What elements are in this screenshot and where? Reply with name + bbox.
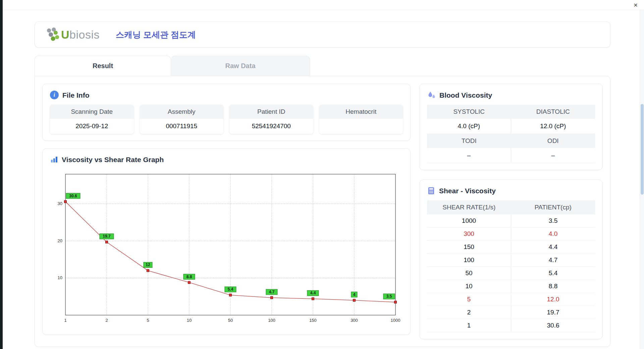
logo-text: Ubiosis — [61, 28, 100, 41]
field-patient-id: Patient ID 52541924700 — [229, 105, 313, 134]
field-value: 000711915 — [140, 119, 224, 134]
svg-text:300: 300 — [351, 318, 358, 323]
svg-text:2: 2 — [105, 318, 108, 323]
table-row: 300 4.0 — [427, 228, 595, 241]
svg-text:30: 30 — [58, 201, 62, 206]
diastolic-value: 12.0 (cP) — [511, 119, 595, 134]
svg-text:50: 50 — [228, 318, 233, 323]
shear-rate-cell: 300 — [427, 228, 511, 240]
diastolic-label: DIASTOLIC — [511, 105, 595, 119]
blood-viscosity-card: Blood Viscosity SYSTOLIC DIASTOLIC 4.0 (… — [419, 84, 603, 170]
shear-rate-cell: 50 — [427, 267, 511, 280]
patient-cell: 4.7 — [511, 254, 595, 266]
svg-text:19.7: 19.7 — [103, 234, 111, 239]
blood-viscosity-header: Blood Viscosity — [427, 91, 595, 99]
bar-chart-icon — [50, 155, 58, 163]
systolic-value: 4.0 (cP) — [427, 119, 511, 134]
right-column: Blood Viscosity SYSTOLIC DIASTOLIC 4.0 (… — [419, 84, 603, 339]
shear-rate-column-header: SHEAR RATE(1/s) — [427, 200, 511, 214]
left-column: i File Info Scanning Date 2025-09-12 Ass… — [42, 84, 411, 339]
field-value: 2025-09-12 — [50, 119, 134, 134]
chart-container: 1020301251050100150300100030.619.7128.85… — [50, 169, 403, 328]
file-info-card: i File Info Scanning Date 2025-09-12 Ass… — [42, 84, 411, 141]
window-titlebar: × — [3, 0, 644, 10]
svg-text:8.8: 8.8 — [186, 275, 192, 279]
shear-viscosity-title: Shear - Viscosity — [439, 187, 496, 194]
tab-bar: Result Raw Data — [35, 56, 610, 76]
svg-text:100: 100 — [268, 318, 275, 323]
table-row: 1000 3.5 — [427, 214, 595, 228]
graph-card: Viscosity vs Shear Rate Graph 1020301251… — [42, 148, 411, 335]
app-header: Ubiosis 스캐닝 모세관 점도계 — [35, 21, 610, 48]
svg-text:1000: 1000 — [391, 318, 400, 323]
table-row: 2 19.7 — [427, 306, 595, 319]
svg-text:30.6: 30.6 — [69, 194, 77, 198]
field-label: Assembly — [140, 105, 224, 119]
file-info-header: i File Info — [50, 91, 403, 99]
svg-text:150: 150 — [309, 318, 317, 323]
viscosity-chart: 1020301251050100150300100030.619.7128.85… — [50, 169, 404, 327]
left-edge-strip — [0, 0, 3, 349]
tab-result[interactable]: Result — [35, 56, 171, 76]
shear-rate-cell: 100 — [427, 254, 511, 266]
shear-rate-cell: 1000 — [427, 214, 511, 227]
patient-cell: 5.4 — [511, 267, 595, 280]
svg-text:12: 12 — [146, 262, 150, 267]
droplet-icon — [427, 91, 436, 99]
blood-viscosity-title: Blood Viscosity — [439, 92, 492, 99]
close-button[interactable]: × — [631, 1, 640, 9]
patient-cell: 4.4 — [511, 241, 595, 253]
svg-text:5.4: 5.4 — [228, 287, 233, 292]
patient-cell: 3.5 — [511, 214, 595, 227]
scrollbar-thumb[interactable] — [641, 104, 644, 195]
svg-text:4.7: 4.7 — [269, 290, 275, 294]
field-label: Patient ID — [229, 105, 313, 119]
shear-rate-cell: 5 — [427, 293, 511, 306]
graph-title: Viscosity vs Shear Rate Graph — [62, 156, 164, 163]
shear-rate-cell: 2 — [427, 306, 511, 319]
shear-viscosity-header: Shear - Viscosity — [427, 187, 595, 195]
info-icon: i — [50, 91, 59, 99]
table-row: 100 4.7 — [427, 254, 595, 267]
patient-cell: 8.8 — [511, 280, 595, 293]
table-row: 50 5.4 — [427, 267, 595, 280]
shear-viscosity-table: SHEAR RATE(1/s) PATIENT(cp) 1000 3.5 300… — [427, 200, 595, 332]
odi-label: ODI — [511, 134, 595, 148]
field-hematocrit: Hematocrit — [319, 105, 403, 134]
systolic-label: SYSTOLIC — [427, 105, 511, 119]
svg-text:4: 4 — [353, 292, 356, 297]
logo-grapes-icon — [45, 27, 60, 42]
field-scanning-date: Scanning Date 2025-09-12 — [50, 105, 134, 134]
ubiosis-logo: Ubiosis — [45, 27, 100, 42]
field-assembly: Assembly 000711915 — [140, 105, 224, 134]
blood-viscosity-table: SYSTOLIC DIASTOLIC 4.0 (cP) 12.0 (cP) TO… — [427, 105, 595, 163]
svg-text:10: 10 — [187, 318, 192, 323]
field-value: 52541924700 — [229, 119, 313, 134]
page-title: 스캐닝 모세관 점도계 — [116, 29, 196, 40]
table-header-row: SHEAR RATE(1/s) PATIENT(cp) — [427, 200, 595, 214]
shear-rate-cell: 10 — [427, 280, 511, 293]
calculator-icon — [427, 187, 435, 195]
table-row: 10 8.8 — [427, 280, 595, 293]
field-label: Scanning Date — [50, 105, 134, 119]
table-row: 1 30.6 — [427, 319, 595, 332]
content-panel: i File Info Scanning Date 2025-09-12 Ass… — [35, 76, 610, 347]
main-content: Ubiosis 스캐닝 모세관 점도계 Result Raw Data i Fi… — [35, 21, 610, 347]
svg-text:1: 1 — [64, 318, 66, 323]
todi-label: TODI — [427, 134, 511, 148]
tab-raw-data[interactable]: Raw Data — [171, 56, 310, 76]
table-row: 5 12.0 — [427, 293, 595, 306]
graph-header: Viscosity vs Shear Rate Graph — [50, 155, 403, 163]
svg-text:20: 20 — [58, 238, 62, 243]
field-value — [319, 119, 403, 134]
patient-column-header: PATIENT(cp) — [511, 200, 595, 214]
patient-cell: 30.6 — [511, 319, 595, 332]
odi-value: – — [511, 148, 595, 163]
patient-cell: 19.7 — [511, 306, 595, 319]
table-row: 150 4.4 — [427, 241, 595, 254]
svg-text:5: 5 — [147, 318, 149, 323]
svg-text:4.4: 4.4 — [310, 291, 316, 295]
shear-rate-cell: 1 — [427, 319, 511, 332]
patient-cell: 12.0 — [511, 293, 595, 306]
right-scrollbar[interactable] — [640, 10, 644, 349]
